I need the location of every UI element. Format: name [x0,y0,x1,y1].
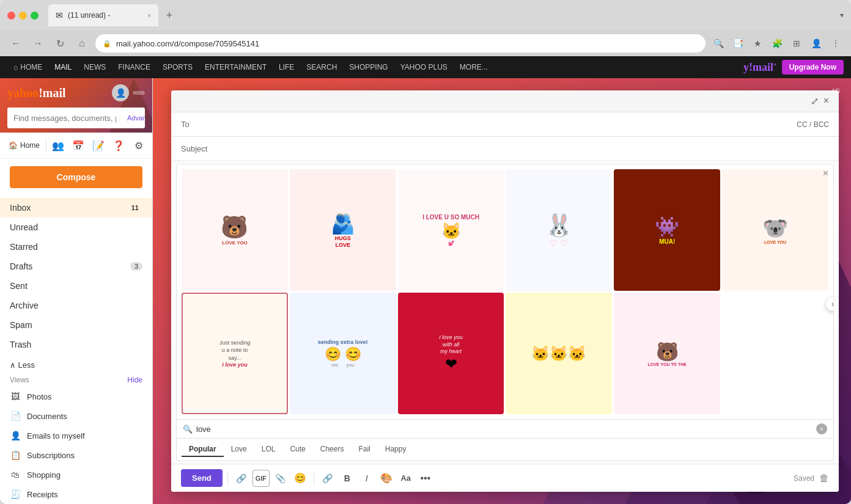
star-icon[interactable]: ★ [750,35,765,51]
menu-icon[interactable]: ⋮ [828,35,844,51]
sticker-item-bear-hug[interactable]: 🫂 HUGSLOVE [290,169,396,291]
sidebar-item-starred[interactable]: Starred [0,237,152,257]
contacts-icon-btn[interactable]: 👥 [49,136,67,155]
nav-sports[interactable]: SPORTS [157,56,199,78]
nav-yahoo-plus[interactable]: YAHOO PLUS [394,56,454,78]
sidebar-item-documents[interactable]: 📄 Documents [0,406,152,426]
category-tab-popular[interactable]: Popular [182,442,224,457]
nav-mail[interactable]: MAIL [48,56,78,78]
bookmark-icon[interactable]: 📑 [730,35,746,51]
nav-entertainment[interactable]: ENTERTAINMENT [199,56,273,78]
toolbar-bold-button[interactable]: B [339,470,356,487]
upgrade-now-button[interactable]: Upgrade Now [782,60,844,75]
sidebar-item-archive[interactable]: Archive [0,296,152,315]
forward-button[interactable]: → [29,35,46,52]
user-avatar[interactable]: 👤 [112,84,129,101]
category-tab-lol[interactable]: LOL [254,442,283,457]
sticker-item-note[interactable]: Just sendingu a note tosay... I love you [182,293,288,414]
subject-input[interactable] [218,144,829,154]
compose-expand-icon[interactable]: ⤢ [811,95,819,107]
toolbar-italic-button[interactable]: I [358,470,375,487]
sticker-item-love-cats[interactable]: I LOVE U SO MUCH 🐱 💕 [398,169,504,291]
sticker-item-white-bear[interactable]: 🐻 LOVE YOU [182,169,288,291]
hide-views-button[interactable]: Hide [127,376,142,384]
toolbar-link-button[interactable]: 🔗 [233,470,250,487]
sticker-search-input[interactable] [196,425,812,434]
category-tab-cheers[interactable]: Cheers [313,442,352,457]
sticker-item-cats-row[interactable]: 🐱🐱🐱 [506,293,612,414]
nav-home[interactable]: ⌂ HOME [7,56,48,78]
new-tab-button[interactable]: + [161,7,178,24]
category-tab-fail[interactable]: Fail [351,442,377,457]
sidebar-item-drafts[interactable]: Drafts 3 [0,257,152,276]
search-icon[interactable]: 🔍 [710,35,726,51]
home-nav-btn[interactable]: 🏠 Home [5,139,43,152]
home-nav-icon: ⌂ [13,63,18,71]
category-tab-happy[interactable]: Happy [378,442,414,457]
less-toggle-button[interactable]: ∧ Less [0,357,152,373]
help-icon-btn[interactable]: ❓ [109,136,127,155]
sticker-item-bunny[interactable]: 🐰 ♡ ♡ [506,169,612,291]
sidebar-item-sent[interactable]: Sent [0,276,152,296]
toolbar-emoji-button[interactable]: 😊 [292,470,309,487]
send-button[interactable]: Send [181,469,223,487]
toolbar-hyperlink-button[interactable]: 🔗 [319,470,336,487]
back-button[interactable]: ← [7,35,24,52]
calendar-icon-btn[interactable]: 📅 [69,136,87,155]
sticker-item-extra-love[interactable]: sending extra love! 😊 😊 me you [290,293,396,414]
search-nav-label: SEARCH [306,63,337,71]
nav-more[interactable]: MORE... [454,56,494,78]
to-input[interactable] [218,120,797,130]
to-field: To CC / BCC [171,112,839,137]
maximize-window-btn[interactable] [31,12,39,20]
toolbar-color-button[interactable]: 🎨 [378,470,395,487]
category-tab-love[interactable]: Love [224,442,254,457]
settings-icon-btn[interactable]: ⚙ [130,136,147,155]
user-avatar-icon[interactable]: 👤 [808,35,824,51]
sidebar-item-shopping[interactable]: 🛍 Shopping [0,465,152,484]
minimize-window-btn[interactable] [19,12,27,20]
sticker-item-red-heart[interactable]: I love youwith allmy heart ❤ [398,293,504,414]
category-tab-cute[interactable]: Cute [282,442,312,457]
search-input[interactable] [7,109,122,127]
split-view-icon[interactable]: ⊞ [789,35,805,51]
sidebar-item-inbox[interactable]: Inbox 11 [0,198,152,217]
active-tab[interactable]: ✉ (11 unread) - × [48,4,158,26]
advanced-search-button[interactable]: Advanced ▾ [122,114,145,122]
sidebar-item-trash[interactable]: Trash [0,335,152,354]
nav-shopping[interactable]: SHOPPING [343,56,394,78]
emails-to-myself-icon: 👤 [10,430,21,441]
toolbar-attachment-button[interactable]: 📎 [272,470,289,487]
extensions-icon[interactable]: 🧩 [769,35,785,51]
notepad-icon-btn[interactable]: 📝 [89,136,107,155]
sidebar-item-subscriptions[interactable]: 📋 Subscriptions [0,445,152,465]
sidebar-item-receipts[interactable]: 🧾 Receipts [0,484,152,504]
toolbar-gif-button[interactable]: GIF [252,470,270,487]
nav-icons-bar: 🏠 Home 👥 📅 📝 ❓ ⚙ [0,133,152,159]
bear-hug-emoji: 🫂 [331,212,355,235]
home-button[interactable]: ⌂ [73,35,90,52]
sticker-panel-close-button[interactable]: × [823,168,828,179]
nav-search[interactable]: SEARCH [300,56,343,78]
sticker-item-brown-bear[interactable]: 🐨 LOVE YOU [722,169,828,291]
nav-life[interactable]: LIFE [273,56,300,78]
sticker-item-minion[interactable]: 👾 MUA! [614,169,720,291]
tab-dropdown-button[interactable]: ▾ [840,11,844,20]
toolbar-more-button[interactable]: ••• [417,470,434,487]
compose-button[interactable]: Compose [10,166,142,188]
sidebar-item-unread[interactable]: Unread [0,217,152,237]
nav-finance[interactable]: FINANCE [112,56,157,78]
sticker-item-bear-pink[interactable]: 🐻 LOVE YOU TO THE [614,293,720,414]
home-label: Home [20,141,40,150]
tab-close-button[interactable]: × [147,12,151,19]
sidebar-item-emails-to-myself[interactable]: 👤 Emails to myself [0,426,152,445]
nav-news[interactable]: NEWS [78,56,112,78]
url-bar[interactable]: 🔒 mail.yahoo.com/d/compose/7059545141 [95,34,705,53]
sidebar-item-photos[interactable]: 🖼 Photos [0,387,152,406]
close-window-btn[interactable] [7,12,15,20]
refresh-button[interactable]: ↻ [51,35,68,52]
toolbar-font-size-button[interactable]: Aa [397,470,414,487]
nav-section-main: Inbox 11 Unread Starred Drafts 3 Sent Ar [0,195,152,357]
sidebar-item-spam[interactable]: Spam [0,315,152,335]
address-bar-icons: 🔍 📑 ★ 🧩 ⊞ 👤 ⋮ [710,35,844,51]
